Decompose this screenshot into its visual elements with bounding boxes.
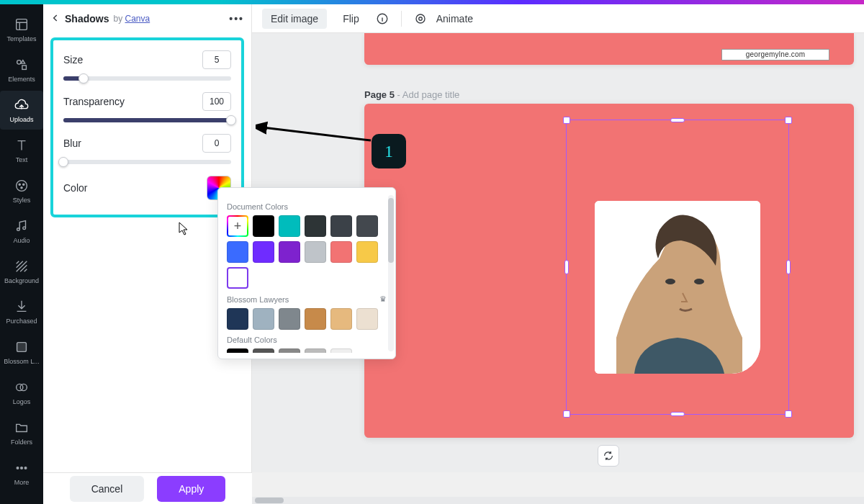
resize-handle-e[interactable] [786,260,791,274]
color-swatch[interactable] [305,308,326,330]
page-sync-button[interactable] [598,445,619,467]
sync-icon [603,450,614,462]
color-swatch[interactable] [330,348,352,353]
sidebar-item-brand[interactable]: Blossom L... [0,333,43,372]
color-popover: Document Colors + Blossom Lawyers♛ Defau… [217,187,396,359]
color-swatch[interactable] [227,241,248,263]
color-swatch[interactable] [356,215,378,237]
svg-point-4 [19,184,20,185]
resize-handle-w[interactable] [564,260,569,274]
resize-handle-n[interactable] [670,118,685,122]
edit-image-button[interactable]: Edit image [262,9,327,29]
svg-point-8 [23,227,26,230]
svg-point-5 [23,184,24,185]
panel-byline: by Canva [113,14,150,24]
color-swatch[interactable] [305,241,326,263]
elements-icon [14,57,30,73]
color-swatch[interactable] [279,215,300,237]
resize-handle-sw[interactable] [563,410,570,418]
color-swatch[interactable] [279,241,300,263]
transparency-input[interactable] [202,92,231,111]
sidebar-item-text[interactable]: Text [0,131,43,170]
sidebar-label: Background [4,277,39,284]
color-swatch[interactable] [305,215,326,237]
sidebar-item-purchased[interactable]: Purchased [0,292,43,331]
color-swatch[interactable] [227,348,248,353]
sidebar-item-templates[interactable]: Templates [0,10,43,49]
color-control: Color [63,176,231,200]
color-swatch[interactable] [253,308,274,330]
default-colors-grid [227,348,387,353]
sidebar-item-background[interactable]: Background [0,252,43,291]
main-sidebar: Templates Elements Uploads Text Styles A… [0,4,43,504]
svg-point-14 [21,467,23,469]
sidebar-item-audio[interactable]: Audio [0,212,43,251]
color-swatch[interactable] [279,348,300,353]
svg-point-15 [24,467,27,469]
size-slider[interactable] [63,76,231,81]
color-swatch[interactable] [356,308,378,330]
brand-icon [14,339,30,355]
document-colors-grid: + [227,215,387,289]
size-input[interactable] [202,50,231,69]
flip-button[interactable]: Flip [334,9,368,29]
sidebar-label: Folders [11,438,32,446]
info-icon[interactable] [375,12,390,26]
size-label: Size [63,54,83,66]
color-swatch[interactable] [356,241,378,263]
sidebar-item-elements[interactable]: Elements [0,50,43,89]
resize-handle-nw[interactable] [563,117,570,124]
transparency-slider[interactable] [63,118,231,122]
sidebar-label: Logos [13,398,31,405]
sidebar-label: Text [16,156,28,163]
add-color-button[interactable]: + [227,215,248,237]
svg-point-18 [418,17,422,20]
popover-scrollbar[interactable] [388,195,394,351]
back-button[interactable] [50,13,60,25]
page-title-placeholder[interactable]: Add page title [402,89,460,100]
horizontal-scrollbar[interactable] [252,497,864,504]
panel-header: Shadows by Canva ••• [43,4,251,33]
cancel-button[interactable]: Cancel [70,476,145,502]
blur-input[interactable] [202,134,231,153]
sidebar-item-styles[interactable]: Styles [0,171,43,210]
text-icon [14,138,30,153]
resize-handle-se[interactable] [785,410,792,418]
brand-icon-small: ♛ [379,294,387,304]
selection-box[interactable] [566,120,789,415]
brand-colors-grid [227,308,387,330]
color-section-header: Blossom Lawyers♛ [227,294,387,304]
svg-rect-9 [17,343,27,352]
animate-button[interactable]: Animate [435,9,482,29]
color-swatch[interactable] [253,215,274,237]
resize-handle-s[interactable] [670,412,685,416]
transparency-control: Transparency [63,92,231,122]
color-swatch[interactable] [330,241,352,263]
color-swatch[interactable] [279,308,300,330]
canva-link[interactable]: Canva [125,14,150,24]
resize-handle-ne[interactable] [785,117,792,124]
annotation-badge: 1 [372,134,406,168]
page-number: Page 5 [364,89,395,100]
color-swatch-selected[interactable] [227,267,248,289]
page-title-dash: - [397,89,402,100]
folders-icon [14,420,30,436]
blur-slider[interactable] [63,160,231,164]
sidebar-label: Uploads [9,116,33,123]
sidebar-label: Audio [13,237,30,244]
color-swatch[interactable] [227,308,248,330]
color-swatch[interactable] [305,348,326,353]
panel-more-button[interactable]: ••• [229,13,244,24]
sidebar-item-folders[interactable]: Folders [0,413,43,452]
sidebar-item-more[interactable]: More [0,454,43,492]
svg-point-7 [17,228,20,231]
color-swatch[interactable] [253,348,274,353]
color-swatch[interactable] [330,308,352,330]
color-swatch[interactable] [330,215,352,237]
apply-button[interactable]: Apply [157,476,225,502]
color-swatch[interactable] [253,241,274,263]
svg-point-6 [21,187,22,189]
canvas-page[interactable] [364,104,854,438]
sidebar-item-logos[interactable]: Logos [0,373,43,412]
sidebar-item-uploads[interactable]: Uploads [0,91,43,130]
